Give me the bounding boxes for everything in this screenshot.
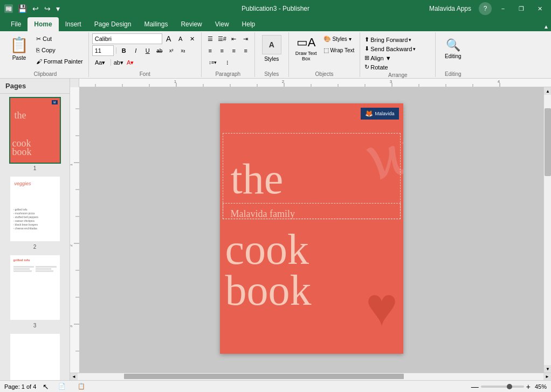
rotate-row[interactable]: ↻ Rotate: [363, 63, 389, 71]
bring-forward-label: Bring Forward: [370, 37, 408, 43]
zoom-thumb[interactable]: [507, 384, 512, 389]
tab-review[interactable]: Review: [174, 17, 208, 31]
font-size-input[interactable]: [92, 45, 114, 56]
font-color-btn[interactable]: A▾: [125, 57, 136, 68]
page-thumb-1[interactable]: M the cookbook 1: [3, 97, 66, 171]
font-size-down-btn[interactable]: A: [175, 33, 186, 44]
paste-button[interactable]: 📋 Paste: [5, 33, 33, 64]
columns-btn[interactable]: ⫶: [222, 57, 233, 68]
send-backward-row[interactable]: ⬇ Send Backward ▾: [363, 45, 417, 53]
view-master-btn[interactable]: 📋: [75, 382, 88, 391]
objects-content: ▭A Draw TextBox 🎨 Styles ▾ ⬚ Wrap Text: [292, 33, 357, 70]
the-text: the: [231, 157, 284, 200]
cook-book-text: cookbook: [225, 229, 312, 311]
page-thumb-3[interactable]: grilled tofu: [3, 254, 66, 328]
tab-help[interactable]: Help: [236, 17, 262, 31]
wrap-text-button[interactable]: ⬚ Wrap Text: [321, 45, 357, 55]
clipboard-label: Clipboard: [5, 70, 85, 77]
decrease-indent-btn[interactable]: ⇤: [229, 33, 239, 44]
hscroll-thumb[interactable]: [124, 374, 403, 379]
arrange-content: ⬆ Bring Forward ▾ ⬇ Send Backward ▾ ⊞ Al…: [363, 33, 417, 71]
svg-text:2: 2: [282, 79, 285, 84]
tab-home[interactable]: Home: [27, 17, 58, 31]
tab-page-design[interactable]: Page Design: [88, 17, 138, 31]
align-row[interactable]: ⊞ Align ▼: [363, 54, 392, 62]
font-name-input[interactable]: [92, 33, 162, 44]
page-thumb-2[interactable]: veggies - grilled tofu - mushroom pizza …: [3, 176, 66, 250]
font-sep-1: [116, 47, 116, 54]
para-spacing-btn[interactable]: ↕≡▾: [205, 57, 221, 68]
sb-dropdown-icon: ▾: [413, 46, 416, 52]
redo-btn[interactable]: ↪: [43, 3, 52, 14]
thumb-line-3-3: [13, 270, 32, 272]
page-thumb-4[interactable]: 4: [3, 333, 66, 380]
scroll-track[interactable]: [544, 95, 551, 365]
copy-button[interactable]: ⎘ Copy: [34, 45, 85, 55]
zoom-in-btn[interactable]: +: [526, 382, 531, 391]
scroll-up-button[interactable]: ▲: [544, 87, 551, 95]
font-size-up-btn[interactable]: A: [163, 33, 174, 44]
zoom-slider[interactable]: [481, 386, 524, 388]
tab-mailings[interactable]: Mailings: [137, 17, 174, 31]
scroll-down-button[interactable]: ▼: [544, 365, 551, 373]
thumb-line-3-5: [36, 268, 51, 270]
close-button[interactable]: ✕: [533, 2, 547, 16]
object-styles-btn[interactable]: 🎨 Styles ▾: [321, 33, 357, 44]
superscript-btn[interactable]: x²: [166, 45, 177, 56]
pages-list: M the cookbook 1 veggies - grilled tofu …: [0, 94, 70, 380]
align-left-btn[interactable]: ≡: [205, 45, 216, 56]
page-1-thumb: M the cookbook: [9, 97, 61, 164]
format-painter-button[interactable]: 🖌 Format Painter: [34, 56, 85, 67]
font-content: A A ✕ B I U ab x² x₂ Aa▾ ab▾: [92, 33, 198, 70]
tab-file[interactable]: File: [4, 17, 27, 31]
vertical-scrollbar[interactable]: ▲ ▼: [543, 87, 551, 373]
justify-btn[interactable]: ≡: [240, 45, 251, 56]
restore-button[interactable]: ❐: [514, 2, 528, 16]
cut-button[interactable]: ✂ Cut: [34, 33, 85, 44]
hscroll-right-btn[interactable]: ►: [543, 373, 551, 381]
subscript-btn[interactable]: x₂: [178, 45, 189, 56]
help-button[interactable]: ?: [479, 2, 492, 15]
italic-btn[interactable]: I: [130, 45, 141, 56]
save-btn[interactable]: 💾: [16, 3, 29, 14]
tab-insert[interactable]: Insert: [59, 17, 88, 31]
document-page[interactable]: 𝔀 🦊 Malavida the Malavida family: [220, 103, 403, 354]
font-group: A A ✕ B I U ab x² x₂ Aa▾ ab▾: [89, 32, 202, 77]
bullets-btn[interactable]: ☰: [205, 33, 216, 44]
customize-btn[interactable]: ▾: [54, 3, 61, 14]
styles-button[interactable]: A Styles: [258, 33, 285, 64]
increase-indent-btn[interactable]: ⇥: [240, 33, 251, 44]
badge-text: Malavida: [375, 111, 394, 116]
hscroll-left-btn[interactable]: ◄: [70, 373, 78, 381]
title-bar: 📰 💾 ↩ ↪ ▾ Publication3 - Publisher Malav…: [0, 0, 551, 17]
draw-text-box-button[interactable]: ▭A Draw TextBox: [292, 33, 320, 64]
editing-label: Editing: [439, 70, 467, 77]
bold-btn[interactable]: B: [119, 45, 129, 56]
tab-view[interactable]: View: [209, 17, 236, 31]
strikethrough-btn[interactable]: ab: [154, 45, 165, 56]
scroll-thumb[interactable]: [545, 108, 551, 176]
styles-group: A Styles Styles: [255, 32, 289, 77]
heart-decoration: ♥: [366, 276, 397, 338]
collapse-ribbon-button[interactable]: ▲: [541, 22, 551, 31]
styles-label-bar: Styles: [258, 70, 285, 77]
bring-forward-row[interactable]: ⬆ Bring Forward ▾: [363, 36, 412, 44]
horizontal-scrollbar[interactable]: ◄ ►: [70, 373, 551, 380]
canvas-area[interactable]: 𝔀 🦊 Malavida the Malavida family: [79, 87, 543, 373]
zoom-out-btn[interactable]: —: [471, 382, 479, 391]
wrap-label: Wrap Text: [330, 47, 355, 53]
clear-format-btn[interactable]: ✕: [187, 33, 198, 44]
view-normal-btn[interactable]: 📄: [56, 382, 68, 391]
hscroll-track[interactable]: [78, 373, 543, 380]
underline-btn[interactable]: U: [142, 45, 153, 56]
minimize-button[interactable]: −: [496, 2, 510, 16]
change-case-btn[interactable]: Aa▾: [92, 57, 108, 68]
text-highlight-btn[interactable]: ab▾: [113, 57, 124, 68]
align-center-btn[interactable]: ≡: [217, 45, 228, 56]
thumb-line-3-1: [13, 266, 35, 268]
thumb-badge-1: M: [52, 100, 57, 104]
align-right-btn[interactable]: ≡: [229, 45, 239, 56]
editing-button[interactable]: 🔍 Editing: [439, 33, 467, 64]
numbered-btn[interactable]: ☰#: [217, 33, 228, 44]
undo-btn[interactable]: ↩: [31, 3, 40, 14]
